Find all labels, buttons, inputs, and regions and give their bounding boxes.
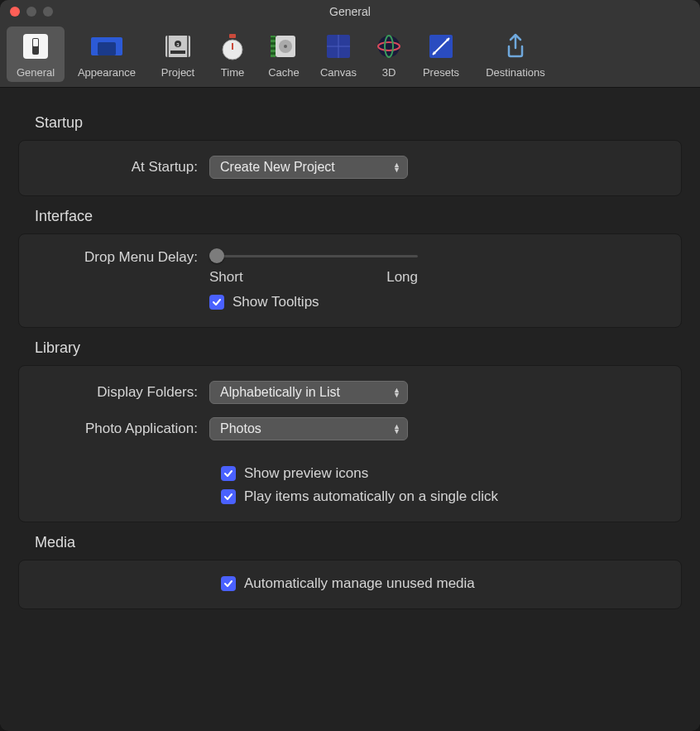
select-arrows-icon: ▲▼ <box>393 424 400 434</box>
svg-rect-18 <box>271 37 276 40</box>
tab-label: Canvas <box>320 66 357 79</box>
play-items-checkbox[interactable] <box>221 489 236 504</box>
tab-appearance[interactable]: Appearance <box>66 26 147 82</box>
cache-icon <box>267 30 300 63</box>
window-title: General <box>0 5 700 18</box>
tab-project[interactable]: 3 Project <box>149 26 207 82</box>
tab-label: Time <box>221 66 244 79</box>
select-value: Create New Project <box>220 160 335 175</box>
tab-canvas[interactable]: Canvas <box>311 26 366 82</box>
select-value: Photos <box>220 421 261 436</box>
section-title-library: Library <box>35 339 682 357</box>
svg-rect-4 <box>98 42 116 55</box>
select-arrows-icon: ▲▼ <box>393 162 400 172</box>
show-preview-icons-checkbox[interactable] <box>221 466 236 481</box>
svg-rect-10 <box>170 50 185 54</box>
select-arrows-icon: ▲▼ <box>393 387 400 397</box>
tab-label: Appearance <box>78 66 136 79</box>
drop-menu-delay-slider[interactable] <box>209 249 418 262</box>
svg-rect-21 <box>271 52 276 55</box>
svg-point-16 <box>284 45 287 48</box>
slider-short-label: Short <box>209 269 243 286</box>
slider-long-label: Long <box>386 269 418 286</box>
tab-label: 3D <box>382 66 396 79</box>
tab-presets[interactable]: Presets <box>412 26 470 82</box>
content-area: Startup At Startup: Create New Project ▲… <box>0 88 700 724</box>
slider-thumb[interactable] <box>209 248 224 263</box>
3d-icon <box>372 30 405 63</box>
auto-manage-media-checkbox[interactable] <box>221 576 236 591</box>
section-startup: At Startup: Create New Project ▲▼ <box>18 140 682 196</box>
tab-label: General <box>17 66 55 79</box>
auto-manage-media-label: Automatically manage unused media <box>244 575 475 592</box>
preferences-toolbar: General Appearance 3 Project Time Cache <box>0 23 700 88</box>
play-items-label: Play items automatically on a single cli… <box>244 488 498 505</box>
section-interface: Drop Menu Delay: Short Long <box>18 233 682 328</box>
slider-labels: Short Long <box>209 269 418 286</box>
photo-application-label: Photo Application: <box>36 421 209 437</box>
section-title-startup: Startup <box>35 114 682 132</box>
svg-rect-6 <box>167 36 169 57</box>
slider-track <box>209 255 418 257</box>
tab-cache[interactable]: Cache <box>258 26 309 82</box>
tab-3d[interactable]: 3D <box>367 26 410 82</box>
photo-application-select[interactable]: Photos ▲▼ <box>209 417 408 440</box>
svg-rect-2 <box>33 39 38 46</box>
section-title-interface: Interface <box>35 208 682 225</box>
select-value: Alphabetically in List <box>220 385 340 400</box>
tab-time[interactable]: Time <box>209 26 257 82</box>
show-preview-icons-label: Show preview icons <box>244 465 368 482</box>
svg-point-25 <box>378 36 400 57</box>
project-icon: 3 <box>161 30 194 63</box>
svg-rect-7 <box>187 36 189 57</box>
titlebar: General <box>0 0 700 23</box>
preferences-window: General General Appearance 3 Project Tim… <box>0 0 700 731</box>
tab-destinations[interactable]: Destinations <box>472 26 559 82</box>
tab-label: Destinations <box>486 66 545 79</box>
display-folders-label: Display Folders: <box>36 384 209 401</box>
section-media: Automatically manage unused media <box>18 560 682 609</box>
at-startup-select[interactable]: Create New Project ▲▼ <box>209 156 408 179</box>
display-folders-select[interactable]: Alphabetically in List ▲▼ <box>209 381 408 404</box>
general-icon <box>19 30 52 63</box>
drop-menu-delay-label: Drop Menu Delay: <box>36 249 209 266</box>
svg-rect-12 <box>229 34 236 38</box>
at-startup-label: At Startup: <box>36 159 209 176</box>
section-library: Display Folders: Alphabetically in List … <box>18 365 682 522</box>
canvas-icon <box>322 30 355 63</box>
destinations-icon <box>499 30 532 63</box>
appearance-icon <box>90 30 123 63</box>
show-tooltips-checkbox[interactable] <box>209 295 224 310</box>
section-title-media: Media <box>35 534 682 551</box>
time-icon <box>216 30 249 63</box>
tab-general[interactable]: General <box>7 26 65 82</box>
tab-label: Project <box>161 66 194 79</box>
show-tooltips-label: Show Tooltips <box>233 294 319 310</box>
svg-rect-20 <box>271 47 276 50</box>
presets-icon <box>424 30 458 63</box>
tab-label: Cache <box>268 66 300 79</box>
svg-rect-19 <box>271 42 276 45</box>
tab-label: Presets <box>423 66 459 79</box>
